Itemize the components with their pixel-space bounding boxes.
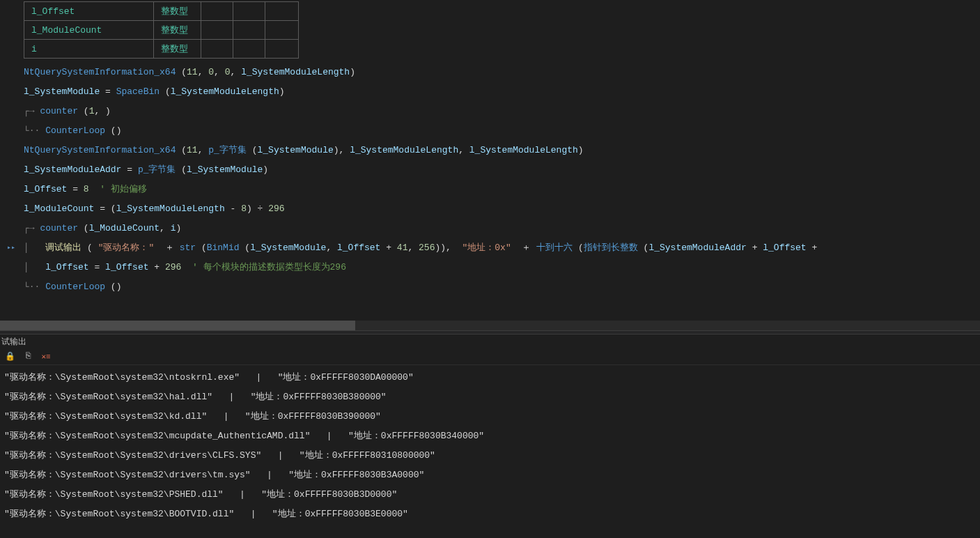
table-row: l_ModuleCount 整数型 bbox=[24, 21, 299, 40]
scrollbar-thumb[interactable] bbox=[0, 321, 355, 330]
var-type-cell: 整数型 bbox=[154, 2, 201, 21]
breakpoint-icon[interactable]: ▸▸ bbox=[7, 238, 15, 258]
debug-output-panel: 试输出 🔒 ⎘ ✕≡ "驱动名称：\SystemRoot\system32\nt… bbox=[0, 335, 980, 538]
code-line[interactable]: NtQuerySystemInformation_x64 (11, 0, 0, … bbox=[0, 63, 980, 82]
var-empty-cell bbox=[233, 2, 265, 21]
copy-icon[interactable]: ⎘ bbox=[22, 351, 33, 362]
panel-title: 试输出 bbox=[0, 335, 980, 348]
clear-icon[interactable]: ✕≡ bbox=[40, 351, 52, 362]
lock-icon[interactable]: 🔒 bbox=[4, 351, 15, 362]
code-line[interactable]: NtQuerySystemInformation_x64 (11, p_字节集 … bbox=[0, 141, 980, 160]
code-editor[interactable]: l_Offset 整数型 l_ModuleCount 整数型 i 整数型 NtQ… bbox=[0, 0, 980, 321]
code-line[interactable]: l_Offset = 8 ' 初始偏移 bbox=[0, 180, 980, 199]
table-row: l_Offset 整数型 bbox=[24, 2, 299, 21]
output-toolbar: 🔒 ⎘ ✕≡ bbox=[0, 348, 980, 365]
code-line[interactable]: l_SystemModule = SpaceBin (l_SystemModul… bbox=[0, 82, 980, 102]
code-line[interactable]: l_ModuleCount = (l_SystemModuleLength - … bbox=[0, 199, 980, 219]
code-line[interactable]: ┌→ counter (l_ModuleCount, i) bbox=[0, 219, 980, 238]
output-line: "驱动名称：\SystemRoot\system32\ntoskrnl.exe"… bbox=[4, 368, 976, 387]
output-line: "驱动名称：\SystemRoot\system32\BOOTVID.dll" … bbox=[4, 505, 976, 524]
variable-table: l_Offset 整数型 l_ModuleCount 整数型 i 整数型 bbox=[24, 1, 299, 59]
var-type-cell: 整数型 bbox=[154, 21, 201, 40]
var-name-cell: l_Offset bbox=[24, 2, 154, 21]
var-empty-cell bbox=[201, 2, 233, 21]
output-line: "驱动名称：\SystemRoot\system32\hal.dll" | "地… bbox=[4, 387, 976, 407]
code-line[interactable]: └·· CounterLoop () bbox=[0, 121, 980, 141]
code-line[interactable]: │ l_Offset = l_Offset + 296 ' 每个模块的描述数据类… bbox=[0, 258, 980, 277]
output-line: "驱动名称：\SystemRoot\system32\kd.dll" | "地址… bbox=[4, 407, 976, 426]
horizontal-scrollbar[interactable] bbox=[0, 321, 980, 330]
table-row: i 整数型 bbox=[24, 40, 299, 59]
output-log[interactable]: "驱动名称：\SystemRoot\system32\ntoskrnl.exe"… bbox=[0, 365, 980, 527]
var-type-cell: 整数型 bbox=[154, 40, 201, 59]
var-name-cell: i bbox=[24, 40, 154, 59]
code-line[interactable]: ▸▸│ 调试输出 ( "驱动名称：" ＋ str (BinMid (l_Syst… bbox=[0, 238, 980, 258]
code-line[interactable]: l_SystemModuleAddr = p_字节集 (l_SystemModu… bbox=[0, 160, 980, 180]
output-line: "驱动名称：\SystemRoot\system32\PSHED.dll" | … bbox=[4, 485, 976, 505]
code-line[interactable]: ┌→ counter (1, ) bbox=[0, 102, 980, 121]
output-line: "驱动名称：\SystemRoot\System32\drivers\tm.sy… bbox=[4, 466, 976, 485]
var-name-cell: l_ModuleCount bbox=[24, 21, 154, 40]
var-empty-cell bbox=[265, 2, 299, 21]
output-line: "驱动名称：\SystemRoot\system32\mcupdate_Auth… bbox=[4, 426, 976, 446]
output-line: "驱动名称：\SystemRoot\System32\drivers\CLFS.… bbox=[4, 446, 976, 466]
code-line[interactable]: └·· CounterLoop () bbox=[0, 277, 980, 297]
